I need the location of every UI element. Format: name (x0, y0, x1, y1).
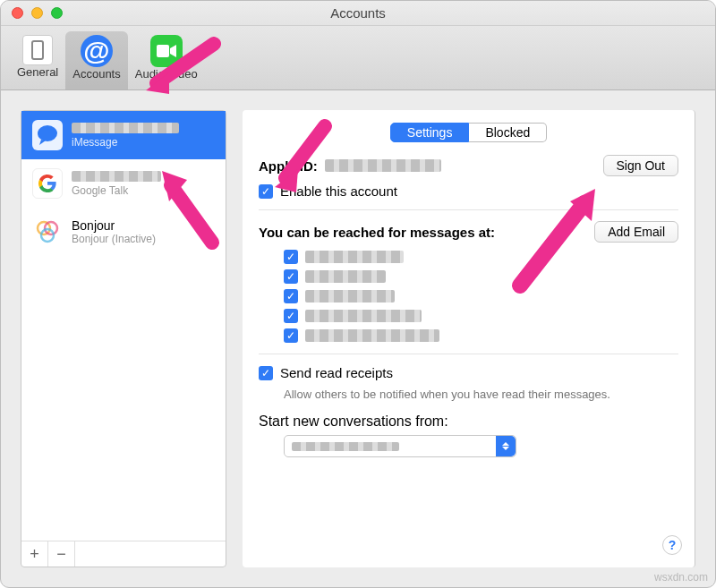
read-receipts-hint: Allow others to be notified when you hav… (284, 388, 678, 401)
enable-account-label: Enable this account (280, 183, 397, 199)
content-area: iMessage Google Talk (1, 90, 715, 587)
redacted-text (72, 171, 161, 182)
bonjour-icon (32, 217, 63, 247)
svg-point-1 (38, 125, 57, 141)
tab-audio-video[interactable]: Audio/Video (128, 31, 205, 89)
at-icon: @ (81, 35, 113, 67)
enable-account-checkbox[interactable] (259, 184, 273, 199)
apple-id-label: Apple ID: (259, 158, 318, 174)
svg-rect-0 (157, 45, 169, 57)
reachable-checkbox[interactable] (284, 309, 298, 323)
add-account-button[interactable]: + (21, 541, 48, 567)
reachable-checkbox[interactable] (284, 269, 298, 284)
account-item-bonjour[interactable]: Bonjour Bonjour (Inactive) (21, 208, 226, 256)
close-window-button[interactable] (12, 7, 23, 19)
apple-id-value (325, 159, 441, 172)
segment-blocked[interactable]: Blocked (469, 123, 547, 142)
add-email-button[interactable]: Add Email (594, 221, 678, 243)
imessage-icon (32, 120, 63, 150)
redacted-text (305, 251, 404, 263)
read-receipts-checkbox[interactable] (259, 366, 273, 380)
remove-account-button[interactable]: − (48, 541, 75, 567)
reachable-checkbox[interactable] (284, 328, 298, 343)
reachable-checkbox[interactable] (284, 250, 298, 264)
reached-at-label: You can be reached for messages at: (259, 225, 495, 240)
general-icon (22, 35, 53, 65)
accounts-list: iMessage Google Talk (21, 111, 226, 541)
account-item-google[interactable]: Google Talk (21, 159, 226, 208)
help-button[interactable]: ? (662, 535, 682, 555)
account-service-label: iMessage (72, 136, 179, 149)
account-item-imessage[interactable]: iMessage (21, 111, 226, 159)
titlebar: Accounts (1, 1, 715, 26)
reachable-list (284, 250, 678, 343)
redacted-text (305, 310, 422, 322)
redacted-text (305, 329, 439, 342)
read-receipts-label: Send read receipts (280, 365, 393, 380)
preferences-toolbar: General @ Accounts Audio/Video (1, 26, 715, 90)
minimize-window-button[interactable] (31, 7, 43, 19)
video-icon (150, 35, 183, 67)
tab-accounts[interactable]: @ Accounts (65, 31, 127, 89)
dropdown-arrows-icon (496, 436, 516, 456)
segment-settings[interactable]: Settings (390, 123, 470, 142)
account-title: Bonjour (72, 218, 156, 233)
redacted-text (72, 123, 179, 133)
sidebar-footer: + − (21, 541, 226, 567)
watermark-text: wsxdn.com (654, 571, 708, 584)
redacted-text (305, 290, 395, 303)
window-title: Accounts (1, 5, 715, 21)
segment-control: Settings Blocked (259, 123, 678, 142)
start-conversations-dropdown[interactable] (284, 435, 516, 457)
accounts-preferences-window: Accounts General @ Accounts Audio/Video (0, 0, 716, 588)
tab-general[interactable]: General (10, 31, 65, 89)
reachable-checkbox[interactable] (284, 289, 298, 303)
account-service-label: Bonjour (Inactive) (72, 233, 156, 245)
redacted-text (292, 442, 399, 451)
sign-out-button[interactable]: Sign Out (603, 155, 678, 176)
account-service-label: Google Talk (72, 184, 161, 197)
traffic-lights (12, 7, 63, 19)
account-settings-panel: Settings Blocked Apple ID: Sign Out Enab… (243, 110, 695, 567)
accounts-sidebar: iMessage Google Talk (21, 110, 226, 567)
google-icon (32, 168, 63, 199)
redacted-text (305, 270, 386, 283)
start-conversations-label: Start new conversations from: (259, 413, 678, 430)
zoom-window-button[interactable] (51, 7, 63, 19)
